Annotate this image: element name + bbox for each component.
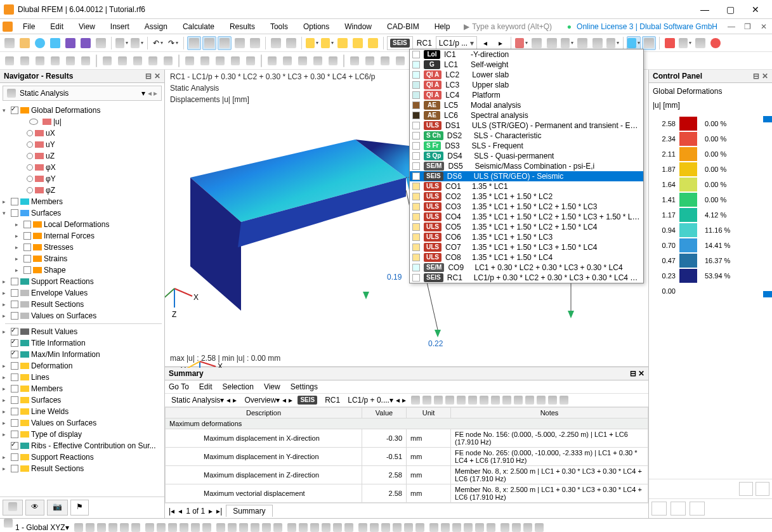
lc-prev-button[interactable]: ◂ bbox=[478, 36, 492, 50]
summary-tool-10[interactable] bbox=[525, 396, 534, 405]
tb2-btn-25[interactable] bbox=[348, 54, 362, 68]
app-icon-small[interactable] bbox=[3, 22, 13, 32]
tree-phix[interactable]: φX bbox=[46, 163, 56, 172]
minimize-button[interactable]: — bbox=[692, 1, 717, 18]
lc-option[interactable]: ULSDS1ULS (STR/GEO) - Permanent and tran… bbox=[410, 120, 643, 131]
btm-btn-29[interactable] bbox=[415, 523, 424, 532]
lc-option[interactable]: AELC5Modal analysis bbox=[410, 100, 643, 110]
summary-prev2[interactable]: ◂ bbox=[282, 396, 286, 405]
lc-option[interactable]: ULSCO21.35 * LC1 + 1.50 * LC2 bbox=[410, 191, 643, 202]
col-desc[interactable]: Description bbox=[166, 408, 362, 418]
btm-btn-10[interactable] bbox=[191, 523, 200, 532]
view-bottom-button[interactable] bbox=[218, 36, 232, 50]
btm-btn-16[interactable] bbox=[262, 523, 271, 532]
script-button[interactable] bbox=[269, 36, 283, 50]
extra4-button[interactable] bbox=[709, 36, 723, 50]
slider-handle-bottom[interactable] bbox=[763, 291, 772, 297]
tb2-btn-27[interactable] bbox=[378, 54, 392, 68]
tb2-btn-3[interactable] bbox=[48, 54, 62, 68]
lc-combo-dropdown[interactable]: LC1/p ...▾ bbox=[436, 36, 477, 50]
btm-btn-11[interactable] bbox=[202, 523, 211, 532]
tree-strains[interactable]: Strains bbox=[44, 254, 67, 263]
tb2-btn-14[interactable] bbox=[198, 54, 212, 68]
btm-btn-6[interactable] bbox=[145, 523, 154, 532]
tb2-btn-18[interactable] bbox=[261, 55, 262, 67]
worksheet-button[interactable] bbox=[115, 36, 129, 50]
calc3-button[interactable] bbox=[336, 36, 350, 50]
nav-tab-cam[interactable]: 📷 bbox=[47, 500, 68, 516]
save-button[interactable] bbox=[63, 36, 77, 50]
menu-tools[interactable]: Tools bbox=[265, 21, 293, 32]
cpanel-tab-1[interactable] bbox=[651, 502, 667, 516]
tb2-btn-12[interactable] bbox=[178, 55, 180, 67]
tree-title-info[interactable]: Title Information bbox=[31, 339, 86, 347]
tb2-btn-16[interactable] bbox=[228, 54, 242, 68]
lc-option[interactable]: ULSCO41.35 * LC1 + 1.50 * LC2 + 1.50 * L… bbox=[410, 212, 643, 222]
lc-option[interactable]: SEISDS6ULS (STR/GEO) - Seismic bbox=[410, 171, 643, 181]
btm-btn-12[interactable] bbox=[216, 523, 225, 532]
col-value[interactable]: Value bbox=[362, 408, 407, 418]
tb2-btn-24[interactable] bbox=[343, 55, 344, 67]
summary-menu-view[interactable]: View bbox=[264, 382, 280, 391]
summary-tool-2[interactable] bbox=[434, 396, 443, 405]
view-other-button[interactable] bbox=[248, 36, 262, 50]
coordsys-button[interactable] bbox=[4, 519, 13, 533]
view-right-button[interactable] bbox=[202, 36, 216, 50]
menu-assign[interactable]: Assign bbox=[140, 21, 173, 32]
tb2-btn-28[interactable] bbox=[393, 54, 407, 68]
col-notes[interactable]: Notes bbox=[451, 408, 648, 418]
lc-option[interactable]: QI ALC2Lower slab bbox=[410, 70, 643, 80]
summary-next1[interactable]: ▸ bbox=[233, 396, 237, 405]
btm-btn-18[interactable] bbox=[287, 523, 296, 532]
lc-dropdown-popup[interactable]: LolIC1-Y-directionGLC1Self-weightQI ALC2… bbox=[409, 49, 644, 283]
btm-btn-34[interactable] bbox=[475, 523, 484, 532]
tree-values-surf2[interactable]: Values on Surfaces bbox=[31, 418, 96, 427]
btm-btn-17[interactable] bbox=[273, 523, 282, 532]
table-row[interactable]: Maximum displacement in Y-direction-0.51… bbox=[166, 448, 648, 466]
tb2-btn-8[interactable] bbox=[115, 54, 129, 68]
table-row[interactable]: Maximum vectorial displacement2.58mmMemb… bbox=[166, 484, 648, 503]
tb2-btn-22[interactable] bbox=[311, 54, 325, 68]
summary-next3[interactable]: ▸ bbox=[402, 396, 406, 405]
tree-deformation[interactable]: Deformation bbox=[31, 361, 72, 370]
filter4-button[interactable] bbox=[560, 36, 574, 50]
cloud-button[interactable] bbox=[33, 36, 47, 50]
summary-tool-12[interactable] bbox=[548, 396, 557, 405]
tree-surfaces2[interactable]: Surfaces bbox=[31, 396, 61, 405]
menu-options[interactable]: Options bbox=[298, 21, 334, 32]
calc1-button[interactable] bbox=[305, 36, 319, 50]
btm-btn-20[interactable] bbox=[310, 523, 319, 532]
tree-stresses[interactable]: Stresses bbox=[44, 243, 74, 252]
calc2-button[interactable] bbox=[320, 36, 334, 50]
btm-btn-32[interactable] bbox=[452, 523, 461, 532]
tb2-btn-20[interactable] bbox=[280, 54, 294, 68]
new-file-button[interactable] bbox=[3, 36, 16, 50]
tb2-btn-13[interactable] bbox=[183, 54, 197, 68]
navigator-selector[interactable]: Static Analysis ▾ ◂ ▸ bbox=[3, 86, 162, 101]
menu-cad-bim[interactable]: CAD-BIM bbox=[382, 21, 424, 32]
lc-option[interactable]: SEISRC1LC1/p + 0.30 * LC2 + 0.30 * LC3 +… bbox=[410, 273, 643, 283]
summary-tool-5[interactable] bbox=[468, 396, 477, 405]
tb2-btn-0[interactable] bbox=[3, 54, 16, 68]
tree-lines[interactable]: Lines bbox=[31, 373, 49, 382]
calc4-button[interactable] bbox=[351, 36, 365, 50]
display1-button[interactable] bbox=[627, 36, 641, 50]
summary-tool-13[interactable] bbox=[559, 396, 568, 405]
pager-prev[interactable]: ◂ bbox=[178, 507, 182, 516]
tree-support[interactable]: Support Reactions bbox=[31, 277, 94, 286]
filter1-button[interactable] bbox=[514, 36, 528, 50]
lc-option[interactable]: QI ALC4Platform bbox=[410, 90, 643, 100]
pager-first[interactable]: |◂ bbox=[169, 507, 174, 516]
tree-uy[interactable]: uY bbox=[46, 140, 55, 149]
menu-calculate[interactable]: Calculate bbox=[178, 21, 219, 32]
tb2-btn-9[interactable] bbox=[131, 54, 145, 68]
cpanel-btn-2[interactable] bbox=[756, 482, 769, 496]
btm-btn-33[interactable] bbox=[464, 523, 473, 532]
redo-button[interactable]: ↷ bbox=[166, 36, 180, 50]
open-file-button[interactable] bbox=[18, 36, 32, 50]
print-button[interactable] bbox=[94, 36, 108, 50]
btm-btn-36[interactable] bbox=[500, 523, 509, 532]
summary-pin-icon[interactable]: ⊟ bbox=[630, 369, 636, 378]
tree-members[interactable]: Members bbox=[31, 197, 63, 206]
summary-tool-6[interactable] bbox=[480, 396, 488, 405]
